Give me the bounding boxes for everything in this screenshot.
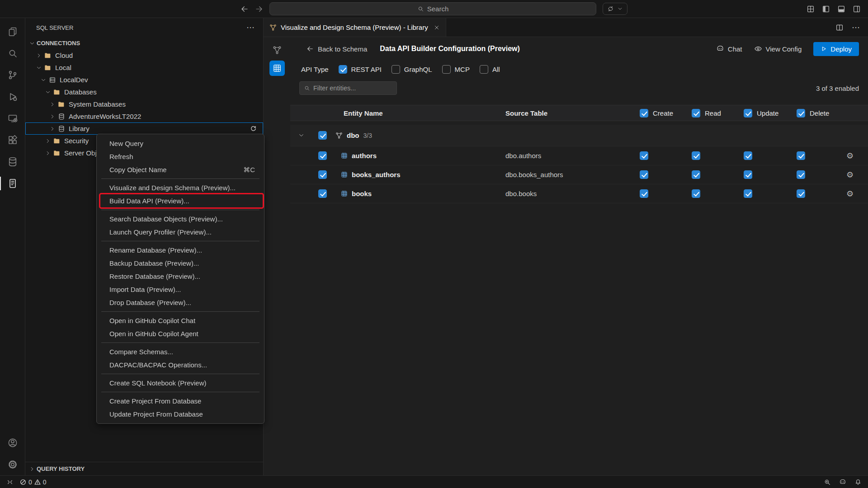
editor-more-actions-icon[interactable]: ⋯ <box>852 23 860 33</box>
checkbox-all[interactable] <box>480 65 488 74</box>
checkbox-update[interactable] <box>744 151 752 160</box>
checkbox-create-all[interactable] <box>640 109 648 117</box>
row-settings-gear-icon[interactable]: ⚙ <box>846 152 854 160</box>
checkbox-delete-all[interactable] <box>797 109 805 117</box>
checkbox-create[interactable] <box>640 170 648 179</box>
menu-item-dacpac-bacpac[interactable]: DACPAC/BACPAC Operations... <box>97 358 264 371</box>
chevron-down-icon[interactable] <box>39 77 47 83</box>
deploy-button[interactable]: Deploy <box>813 42 859 56</box>
api-option-all[interactable]: All <box>480 65 500 74</box>
checkbox-update[interactable] <box>744 170 752 179</box>
query-history-section-header[interactable]: QUERY HISTORY <box>25 462 263 475</box>
tree-item-databases[interactable]: Databases <box>25 86 263 98</box>
menu-item-launch-query-profiler[interactable]: Launch Query Profiler (Preview)... <box>97 225 264 239</box>
tree-item-system-databases[interactable]: System Databases <box>25 98 263 110</box>
sidebar-more-actions-icon[interactable]: ⋯ <box>246 23 255 33</box>
explorer-icon[interactable] <box>0 21 25 42</box>
checkbox-delete[interactable] <box>797 151 805 160</box>
menu-item-rename-database[interactable]: Rename Database (Preview)... <box>97 244 264 257</box>
navigate-forward-icon[interactable] <box>255 5 263 13</box>
filter-entities-input[interactable] <box>313 84 392 92</box>
account-icon[interactable] <box>0 432 25 454</box>
checkbox-create[interactable] <box>640 189 648 198</box>
source-control-icon[interactable] <box>0 64 25 86</box>
checkbox-mcp[interactable] <box>442 65 451 74</box>
chevron-right-icon[interactable] <box>48 113 57 120</box>
copilot-menu-button[interactable] <box>603 3 627 15</box>
connections-section-header[interactable]: CONNECTIONS <box>25 37 263 49</box>
checkbox-read-all[interactable] <box>692 109 700 117</box>
menu-item-open-copilot-agent[interactable]: Open in GitHub Copilot Agent <box>97 327 264 340</box>
chat-button[interactable]: Chat <box>716 45 742 53</box>
chevron-down-icon[interactable] <box>298 132 305 139</box>
api-option-rest[interactable]: REST API <box>339 65 382 74</box>
command-center-search[interactable]: Search <box>269 2 596 15</box>
menu-item-new-query[interactable]: New Query <box>97 137 264 150</box>
checkbox-entity-enabled[interactable] <box>318 151 327 160</box>
toggle-panel-icon[interactable] <box>837 5 845 13</box>
run-debug-icon[interactable] <box>0 86 25 108</box>
checkbox-create[interactable] <box>640 151 648 160</box>
entity-row-books[interactable]: books dbo.books ⚙ <box>290 184 868 203</box>
row-settings-gear-icon[interactable]: ⚙ <box>846 171 854 179</box>
menu-item-compare-schemas[interactable]: Compare Schemas... <box>97 345 264 358</box>
checkbox-schema-dbo[interactable] <box>318 131 327 140</box>
navigate-back-icon[interactable] <box>241 5 249 13</box>
chevron-right-icon[interactable] <box>48 126 57 132</box>
menu-item-copy-object-name[interactable]: Copy Object Name ⌘C <box>97 163 264 176</box>
tab-visualize-design-schema[interactable]: Visualize and Design Schema (Preview) - … <box>264 18 446 37</box>
menu-item-refresh[interactable]: Refresh <box>97 150 264 163</box>
checkbox-rest-api[interactable] <box>339 65 347 74</box>
checkbox-graphql[interactable] <box>392 65 400 74</box>
row-settings-gear-icon[interactable]: ⚙ <box>846 190 854 198</box>
checkbox-update[interactable] <box>744 189 752 198</box>
remote-explorer-icon[interactable] <box>0 108 25 129</box>
checkbox-delete[interactable] <box>797 189 805 198</box>
close-icon[interactable] <box>434 24 440 31</box>
tree-item-adventureworks[interactable]: AdventureWorksLT2022 <box>25 110 263 122</box>
schema-diagram-view-icon[interactable] <box>269 42 285 58</box>
refresh-icon[interactable] <box>250 125 257 132</box>
customize-layout-icon[interactable] <box>807 5 815 13</box>
entity-row-books-authors[interactable]: books_authors dbo.books_authors ⚙ <box>290 165 868 184</box>
tree-item-library[interactable]: Library <box>25 122 263 135</box>
menu-item-search-database-objects[interactable]: Search Database Objects (Preview)... <box>97 212 264 225</box>
entity-row-authors[interactable]: authors dbo.authors ⚙ <box>290 146 868 165</box>
problems-indicator[interactable]: 0 0 <box>20 479 47 486</box>
menu-item-drop-database[interactable]: Drop Database (Preview)... <box>97 296 264 309</box>
menu-item-restore-database[interactable]: Restore Database (Preview)... <box>97 270 264 283</box>
remote-indicator-icon[interactable] <box>6 479 14 486</box>
checkbox-read[interactable] <box>692 189 700 198</box>
checkbox-read[interactable] <box>692 170 700 179</box>
split-editor-icon[interactable] <box>835 23 844 32</box>
extensions-icon[interactable] <box>0 129 25 151</box>
chevron-right-icon[interactable] <box>34 52 43 59</box>
menu-item-create-sql-notebook[interactable]: Create SQL Notebook (Preview) <box>97 376 264 389</box>
menu-item-import-data[interactable]: Import Data (Preview)... <box>97 283 264 296</box>
notifications-bell-icon[interactable] <box>854 479 862 486</box>
checkbox-update-all[interactable] <box>744 109 752 117</box>
chevron-right-icon[interactable] <box>43 150 52 156</box>
chevron-right-icon[interactable] <box>43 138 52 144</box>
sql-server-extension-icon[interactable] <box>0 173 25 194</box>
search-sidebar-icon[interactable] <box>0 42 25 64</box>
api-option-mcp[interactable]: MCP <box>442 65 470 74</box>
api-option-graphql[interactable]: GraphQL <box>392 65 432 74</box>
checkbox-read[interactable] <box>692 151 700 160</box>
chevron-down-icon[interactable] <box>34 65 43 71</box>
tree-item-local[interactable]: Local <box>25 61 263 74</box>
menu-item-update-project-from-database[interactable]: Update Project From Database <box>97 408 264 421</box>
data-api-builder-view-icon[interactable] <box>269 61 285 76</box>
filter-entities-input-wrap[interactable] <box>299 81 397 95</box>
menu-item-backup-database[interactable]: Backup Database (Preview)... <box>97 257 264 270</box>
settings-gear-icon[interactable] <box>0 454 25 475</box>
menu-item-build-data-api[interactable]: Build Data API (Preview)... <box>97 194 264 207</box>
schema-group-row[interactable]: dbo 3/3 <box>290 125 868 146</box>
menu-item-open-copilot-chat[interactable]: Open in GitHub Copilot Chat <box>97 314 264 327</box>
chevron-down-icon[interactable] <box>43 89 52 95</box>
back-to-schema-button[interactable]: Back to Schema <box>307 45 367 53</box>
tree-item-cloud[interactable]: Cloud <box>25 49 263 61</box>
toggle-secondary-sidebar-icon[interactable] <box>853 5 861 13</box>
zoom-icon[interactable] <box>824 479 831 486</box>
toggle-primary-sidebar-icon[interactable] <box>822 5 830 13</box>
